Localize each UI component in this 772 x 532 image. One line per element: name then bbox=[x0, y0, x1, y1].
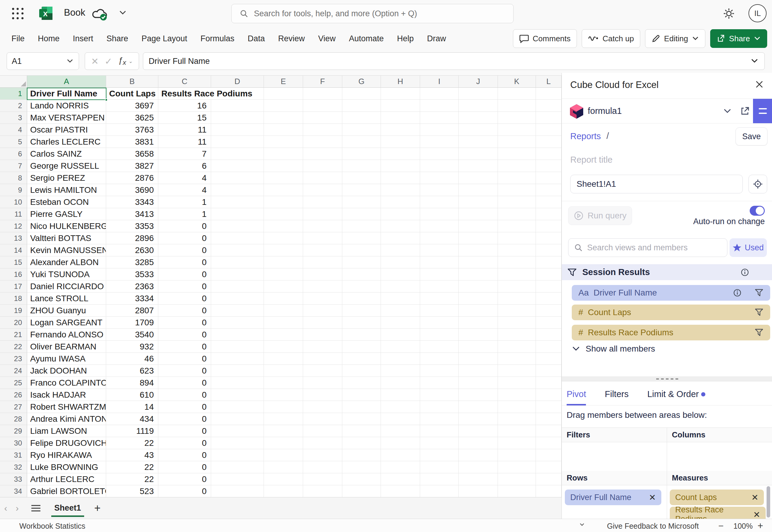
cell-L5[interactable] bbox=[536, 136, 561, 148]
area-chip-count-laps[interactable]: Count Laps✕ bbox=[670, 490, 764, 505]
cell-C19[interactable]: 0 bbox=[158, 305, 211, 317]
info-icon[interactable] bbox=[740, 268, 749, 277]
cell-J28[interactable] bbox=[459, 413, 498, 425]
cell-D24[interactable] bbox=[211, 365, 264, 377]
cell-A9[interactable]: Lewis HAMILTON bbox=[27, 184, 106, 196]
cell-F3[interactable] bbox=[303, 112, 342, 124]
cell-A27[interactable]: Robert SHWARTZMAN bbox=[27, 401, 106, 413]
cell-H26[interactable] bbox=[381, 389, 420, 401]
cell-K14[interactable] bbox=[498, 244, 536, 256]
cell-A6[interactable]: Carlos SAINZ bbox=[27, 148, 106, 160]
select-all-corner[interactable] bbox=[0, 76, 27, 88]
cell-A24[interactable]: Jack DOOHAN bbox=[27, 365, 106, 377]
cell-L19[interactable] bbox=[536, 305, 561, 317]
cell-E31[interactable] bbox=[264, 449, 303, 461]
cell-A8[interactable]: Sergio PEREZ bbox=[27, 172, 106, 184]
cell-A19[interactable]: ZHOU Guanyu bbox=[27, 305, 106, 317]
cell-J18[interactable] bbox=[459, 293, 498, 305]
row-header-33[interactable]: 33 bbox=[0, 473, 27, 485]
cell-I29[interactable] bbox=[420, 425, 459, 437]
zoom-level[interactable]: 100% bbox=[733, 522, 753, 530]
cell-J10[interactable] bbox=[459, 196, 498, 208]
cell-E15[interactable] bbox=[264, 256, 303, 268]
cell-C6[interactable]: 7 bbox=[158, 148, 211, 160]
cell-G17[interactable] bbox=[342, 280, 381, 293]
cell-K3[interactable] bbox=[498, 112, 536, 124]
cell-J14[interactable] bbox=[459, 244, 498, 256]
cell-C9[interactable]: 4 bbox=[158, 184, 211, 196]
cell-B4[interactable]: 3763 bbox=[106, 124, 158, 136]
cell-H18[interactable] bbox=[381, 293, 420, 305]
cell-F14[interactable] bbox=[303, 244, 342, 256]
cell-J4[interactable] bbox=[459, 124, 498, 136]
cell-L18[interactable] bbox=[536, 293, 561, 305]
cell-I1[interactable] bbox=[420, 88, 459, 100]
cell-E30[interactable] bbox=[264, 437, 303, 449]
cell-C4[interactable]: 11 bbox=[158, 124, 211, 136]
cell-G27[interactable] bbox=[342, 401, 381, 413]
cell-I23[interactable] bbox=[420, 353, 459, 365]
save-button[interactable]: Save bbox=[736, 127, 767, 146]
cell-E32[interactable] bbox=[264, 461, 303, 473]
cell-F15[interactable] bbox=[303, 256, 342, 268]
cell-L6[interactable] bbox=[536, 148, 561, 160]
cell-F30[interactable] bbox=[303, 437, 342, 449]
cell-F20[interactable] bbox=[303, 317, 342, 329]
cell-H16[interactable] bbox=[381, 268, 420, 280]
menu-item-automate[interactable]: Automate bbox=[342, 29, 391, 48]
row-header-6[interactable]: 6 bbox=[0, 148, 27, 160]
row-header-12[interactable]: 12 bbox=[0, 220, 27, 232]
cell-C14[interactable]: 0 bbox=[158, 244, 211, 256]
cell-D22[interactable] bbox=[211, 341, 264, 353]
row-header-22[interactable]: 22 bbox=[0, 341, 27, 353]
cell-G3[interactable] bbox=[342, 112, 381, 124]
cell-D9[interactable] bbox=[211, 184, 264, 196]
cell-D31[interactable] bbox=[211, 449, 264, 461]
cell-D20[interactable] bbox=[211, 317, 264, 329]
cell-B20[interactable]: 1709 bbox=[106, 317, 158, 329]
panel-resize-handle[interactable] bbox=[562, 377, 772, 381]
external-link-icon[interactable] bbox=[740, 106, 750, 116]
menu-item-data[interactable]: Data bbox=[241, 29, 272, 48]
cell-I21[interactable] bbox=[420, 329, 459, 341]
cell-C13[interactable]: 0 bbox=[158, 232, 211, 244]
cell-I16[interactable] bbox=[420, 268, 459, 280]
row-header-1[interactable]: 1 bbox=[0, 88, 27, 100]
sheet-list-icon[interactable] bbox=[31, 504, 41, 512]
prev-sheet-icon[interactable]: ‹ bbox=[0, 503, 11, 513]
cell-G24[interactable] bbox=[342, 365, 381, 377]
cell-C18[interactable]: 0 bbox=[158, 293, 211, 305]
cell-F31[interactable] bbox=[303, 449, 342, 461]
cell-C34[interactable]: 0 bbox=[158, 485, 211, 497]
cell-K34[interactable] bbox=[498, 485, 536, 497]
cell-F16[interactable] bbox=[303, 268, 342, 280]
cell-K33[interactable] bbox=[498, 473, 536, 485]
cell-L11[interactable] bbox=[536, 208, 561, 220]
cell-B25[interactable]: 894 bbox=[106, 377, 158, 389]
cell-J29[interactable] bbox=[459, 425, 498, 437]
cell-G2[interactable] bbox=[342, 100, 381, 112]
cell-K9[interactable] bbox=[498, 184, 536, 196]
cell-A29[interactable]: Liam LAWSON bbox=[27, 425, 106, 437]
column-header-I[interactable]: I bbox=[420, 76, 459, 88]
cell-C29[interactable]: 0 bbox=[158, 425, 211, 437]
cell-D28[interactable] bbox=[211, 413, 264, 425]
title-chevron-down-icon[interactable] bbox=[118, 10, 127, 16]
cell-A7[interactable]: George RUSSELL bbox=[27, 160, 106, 172]
cell-A17[interactable]: Daniel RICCIARDO bbox=[27, 280, 106, 293]
cell-B11[interactable]: 3413 bbox=[106, 208, 158, 220]
workbook-title[interactable]: Book bbox=[64, 7, 85, 18]
cell-G21[interactable] bbox=[342, 329, 381, 341]
member-chip-count-laps[interactable]: #Count Laps bbox=[572, 305, 770, 320]
cell-H33[interactable] bbox=[381, 473, 420, 485]
cell-L24[interactable] bbox=[536, 365, 561, 377]
cell-E21[interactable] bbox=[264, 329, 303, 341]
target-cell-button[interactable] bbox=[748, 175, 767, 193]
app-launcher-icon[interactable] bbox=[12, 8, 24, 20]
cell-K23[interactable] bbox=[498, 353, 536, 365]
cell-E1[interactable] bbox=[264, 88, 303, 100]
cell-B31[interactable]: 43 bbox=[106, 449, 158, 461]
cell-A11[interactable]: Pierre GASLY bbox=[27, 208, 106, 220]
row-header-27[interactable]: 27 bbox=[0, 401, 27, 413]
cell-I9[interactable] bbox=[420, 184, 459, 196]
